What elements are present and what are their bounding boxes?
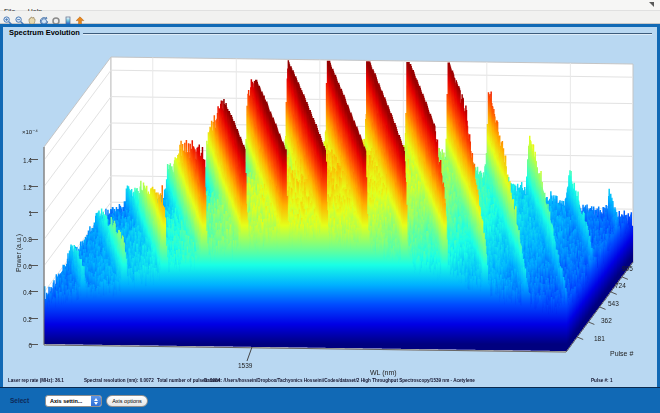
z-tick-mark [29,318,38,319]
panel-border-line [8,33,652,34]
colorbar-icon[interactable] [63,12,73,22]
z-tick-mark [29,265,38,266]
select-label: Select [10,397,29,404]
pulse-tick-label: 181 [594,335,605,342]
menu-bar: File Help [0,0,660,11]
zoom-in-icon[interactable] [3,12,13,22]
status-pulse-indicator: Pulse #: 1 [591,378,612,383]
pan-hand-icon[interactable] [27,12,37,22]
wl-axis-label: WL (nm) [370,369,397,376]
pulse-tick-label: 543 [608,300,619,307]
dropdown-spinner[interactable] [91,396,101,406]
z-tick-mark [29,186,38,187]
dock-icon[interactable] [649,2,654,7]
spinner-down-icon [94,402,98,405]
wl-tick-label: 1539 [238,362,252,369]
dropdown-value: Axis settin... [50,396,82,406]
axis-settings-dropdown[interactable]: Axis settin... [45,395,102,407]
zoom-out-icon[interactable] [15,12,25,22]
pulse-tick-label: 724 [615,282,626,289]
status-rep-rate: Laser rep rate (MHz): 36.1 [8,378,64,383]
z-axis-label: Power (a.u.) [15,234,22,272]
bring-forward-icon[interactable] [75,12,85,22]
pulse-axis-label: Pulse # [610,350,633,357]
rotate-3d-icon[interactable] [39,12,49,22]
figure-toolbar [0,11,660,24]
status-dataset-path: Dataset: /Users/hossein/Dropbox/Tachyoni… [204,378,475,383]
app-window: File Help Spectrum Evolution ×10⁻ [0,0,660,413]
spectrum-plot-canvas[interactable] [36,38,642,368]
pulse-tick-label: 905 [622,265,633,272]
data-cursor-icon[interactable] [51,12,61,22]
spinner-up-icon [94,398,98,401]
z-tick-mark [29,212,38,213]
pulse-tick-label: 362 [601,317,612,324]
z-tick-mark [29,159,38,160]
axis-options-button[interactable]: Axis options [106,395,148,407]
z-tick-mark [29,291,38,292]
panel-title: Spectrum Evolution [6,28,83,37]
z-tick-mark [29,239,38,240]
status-spectral-resolution: Spectral resolution (nm): 0.0072 [84,378,154,383]
z-axis-multiplier: ×10⁻⁴ [22,128,38,135]
z-tick-mark [29,344,38,345]
